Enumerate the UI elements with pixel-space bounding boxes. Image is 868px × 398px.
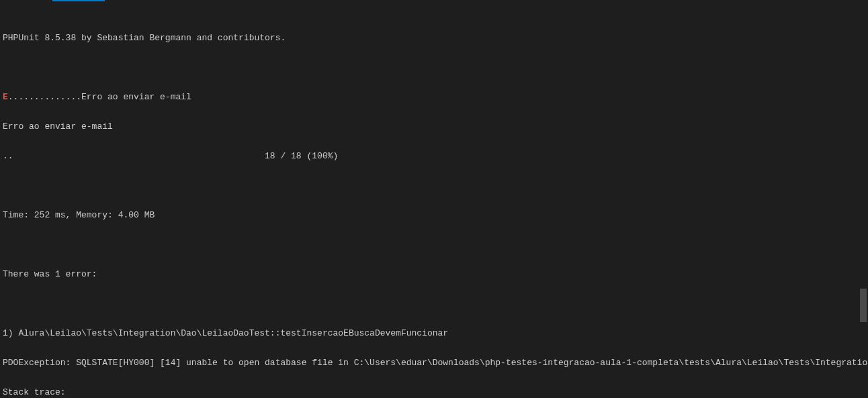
test-progress-line-2: .. 18 / 18 (100%) [3, 149, 865, 164]
blank-line [3, 179, 865, 193]
test-progress-line-1: E..............Erro ao enviar e-mail [3, 90, 865, 105]
blank-line [3, 60, 865, 75]
error-count-line: There was 1 error: [3, 267, 865, 282]
blank-line [3, 238, 865, 252]
error-indicator: E [3, 92, 8, 102]
exception-line: PDOException: SQLSTATE[HY000] [14] unabl… [3, 356, 865, 370]
stack-trace-label: Stack trace: [3, 385, 865, 398]
blank-line [3, 297, 865, 311]
test-name-line: 1) Alura\Leilao\Tests\Integration\Dao\Le… [3, 326, 865, 341]
error-message-line: Erro ao enviar e-mail [3, 119, 865, 134]
dots-text: ..............Erro ao enviar e-mail [8, 92, 191, 102]
vertical-scrollbar[interactable] [860, 289, 867, 322]
time-memory-line: Time: 252 ms, Memory: 4.00 MB [3, 208, 865, 223]
terminal-output[interactable]: PHPUnit 8.5.38 by Sebastian Bergmann and… [0, 0, 868, 398]
tab-indicator [52, 0, 105, 1]
phpunit-header: PHPUnit 8.5.38 by Sebastian Bergmann and… [3, 31, 865, 46]
